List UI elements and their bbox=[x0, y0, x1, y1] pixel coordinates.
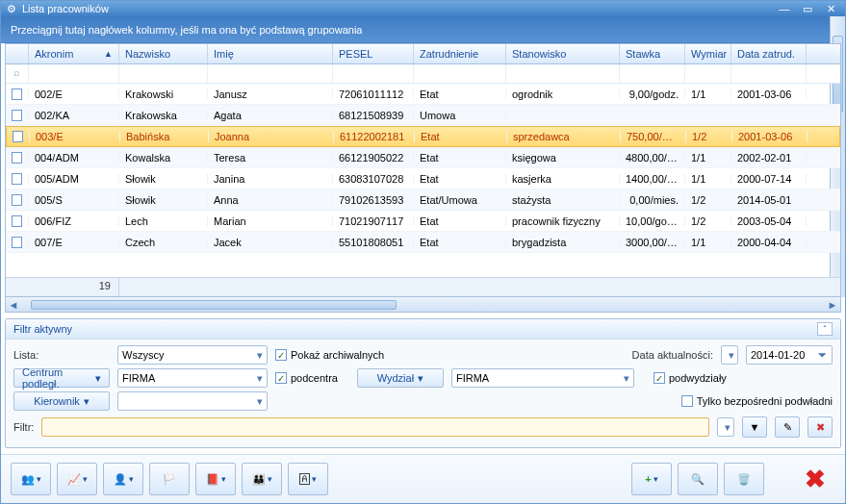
toolbar-btn-6[interactable]: 👪▾ bbox=[242, 463, 282, 495]
cell bbox=[6, 215, 29, 227]
podwydzialy-checkbox[interactable]: ✓podwydziały bbox=[654, 372, 727, 384]
column-imie[interactable]: Imię bbox=[208, 44, 333, 63]
close-window-button[interactable]: ✖ bbox=[795, 463, 835, 495]
lista-combo[interactable]: Wszyscy▾ bbox=[117, 345, 268, 365]
cell: 2014-05-01 bbox=[731, 194, 807, 206]
delete-button[interactable]: 🗑️ bbox=[724, 463, 764, 495]
filter-panel: Filtr aktywny ˆ Lista: Wszyscy▾ ✓Pokaż a… bbox=[5, 318, 841, 448]
minimize-button[interactable]: — bbox=[776, 2, 793, 15]
cell: 1/2 bbox=[686, 131, 732, 142]
scroll-right-icon[interactable]: ► bbox=[825, 299, 840, 311]
wydzial-button[interactable]: Wydział▾ bbox=[357, 368, 444, 388]
column-stanowisko[interactable]: Stanowisko bbox=[506, 44, 620, 63]
cell bbox=[6, 173, 29, 185]
cell: 006/FIZ bbox=[29, 215, 119, 227]
cell: 68121508939 bbox=[333, 110, 414, 121]
centrum-combo[interactable]: FIRMA▾ bbox=[117, 368, 268, 388]
table-row[interactable]: 005/SSłowikAnna79102613593Etat/Umowastaż… bbox=[6, 189, 840, 211]
pokaz-archiwalnych-checkbox[interactable]: ✓Pokaż archiwalnych bbox=[275, 349, 384, 361]
close-button[interactable]: ✕ bbox=[822, 2, 839, 15]
filter-input[interactable] bbox=[41, 417, 709, 437]
table-row[interactable]: 004/ADMKowalskaTeresa66121905022Etatksię… bbox=[6, 147, 840, 168]
column-zatrudnienie[interactable]: Zatrudnienie bbox=[414, 44, 506, 63]
column-akronim[interactable]: Akronim▲ bbox=[29, 44, 119, 63]
cell bbox=[6, 152, 29, 164]
podcentra-checkbox[interactable]: ✓podcentra bbox=[275, 372, 338, 384]
table-row[interactable]: 005/ADMSłowikJanina63083107028Etatkasjer… bbox=[6, 168, 840, 189]
magnifier-icon: 🔍 bbox=[691, 473, 705, 486]
add-button[interactable]: +▾ bbox=[631, 463, 672, 495]
column-data-zatrud[interactable]: Data zatrud. bbox=[731, 44, 807, 63]
cell bbox=[6, 194, 29, 206]
toolbar-btn-7[interactable]: 🄰▾ bbox=[288, 463, 328, 495]
cell bbox=[7, 131, 30, 142]
table-row[interactable]: 003/EBabińskaJoanna61122002181Etatsprzed… bbox=[6, 126, 840, 147]
cell: Kowalska bbox=[119, 152, 208, 164]
cell: 4800,00/m... bbox=[620, 152, 685, 164]
column-checkbox[interactable] bbox=[6, 44, 29, 63]
cell: Etat bbox=[414, 88, 506, 100]
table-row[interactable]: 002/KAKrakowskaAgata68121508939Umowa bbox=[6, 105, 840, 126]
filter-builder-button[interactable]: ✎ bbox=[775, 416, 800, 438]
apply-filter-button[interactable]: ▼ bbox=[742, 416, 767, 438]
table-row[interactable]: 006/FIZLechMarian71021907117Etatpracowni… bbox=[6, 211, 840, 232]
clear-filter-button[interactable]: ✖ bbox=[808, 416, 833, 438]
tylko-bezposredni-checkbox[interactable]: Tylko bezpośredni podwładni bbox=[681, 395, 833, 407]
grid-body: 002/EKrakowskiJanusz72061011112Etatogrod… bbox=[6, 84, 840, 277]
employee-list-window: ⚙ Lista pracowników — ▭ ✕ Przeciągnij tu… bbox=[0, 0, 846, 504]
date-mini-dropdown[interactable]: ▾ bbox=[721, 345, 738, 365]
column-pesel[interactable]: PESEL bbox=[333, 44, 414, 63]
app-icon: ⚙ bbox=[7, 3, 16, 15]
toolbar-btn-3[interactable]: 👤▾ bbox=[103, 463, 143, 495]
cell: Umowa bbox=[414, 110, 506, 121]
toolbar-btn-4[interactable]: 🏳️ bbox=[149, 463, 190, 495]
cell: Joanna bbox=[209, 131, 334, 142]
column-wymiar[interactable]: Wymiar bbox=[685, 44, 731, 63]
cell: kasjerka bbox=[506, 173, 620, 185]
view-button[interactable]: 🔍 bbox=[678, 463, 718, 495]
maximize-button[interactable]: ▭ bbox=[799, 2, 816, 15]
cell: Marian bbox=[208, 215, 333, 227]
cell: 61122002181 bbox=[334, 131, 415, 142]
wydzial-combo[interactable]: FIRMA▾ bbox=[451, 368, 634, 388]
kierownik-combo[interactable]: ▾ bbox=[117, 391, 268, 411]
toolbar-btn-5[interactable]: 📕▾ bbox=[195, 463, 236, 495]
table-row[interactable]: 007/ECzechJacek55101808051Etatbrygadzist… bbox=[6, 232, 840, 253]
cell: 1/2 bbox=[685, 194, 731, 206]
horizontal-scrollbar[interactable]: ◄ ► bbox=[5, 297, 841, 313]
toolbar-btn-2[interactable]: 📈▾ bbox=[57, 463, 97, 495]
cell: 004/ADM bbox=[29, 152, 119, 164]
data-grid: Akronim▲ Nazwisko Imię PESEL Zatrudnieni… bbox=[5, 43, 841, 297]
cell: 002/E bbox=[29, 88, 119, 100]
text-icon: 🄰 bbox=[299, 473, 310, 485]
scrollbar-thumb-h[interactable] bbox=[31, 300, 397, 310]
plus-icon: + bbox=[645, 473, 651, 485]
centrum-button[interactable]: Centrum podległ.▾ bbox=[13, 368, 110, 388]
cell: 10,00/godz. bbox=[620, 215, 685, 227]
cell: 005/ADM bbox=[29, 173, 119, 185]
cell: Lech bbox=[119, 215, 208, 227]
grid-filter-row[interactable]: ⌕ bbox=[6, 64, 840, 84]
filter-dropdown[interactable]: ▾ bbox=[717, 417, 734, 437]
book-icon: 📕 bbox=[206, 473, 219, 486]
row-count: 19 bbox=[6, 278, 119, 296]
cell: 66121905022 bbox=[333, 152, 414, 164]
toolbar-btn-1[interactable]: 👥▾ bbox=[11, 463, 51, 495]
kierownik-button[interactable]: Kierownik▾ bbox=[13, 391, 110, 411]
cell: Słowik bbox=[119, 194, 208, 206]
cell: 750,00/mies. bbox=[621, 131, 686, 142]
collapse-button[interactable]: ˆ bbox=[817, 322, 833, 336]
scroll-left-icon[interactable]: ◄ bbox=[6, 299, 21, 311]
group-by-bar[interactable]: Przeciągnij tutaj nagłówek kolumny, jeśl… bbox=[1, 16, 845, 43]
column-stawka[interactable]: Stawka bbox=[620, 44, 685, 63]
cell: 55101808051 bbox=[333, 237, 414, 248]
filter-icon[interactable]: ⌕ bbox=[6, 64, 29, 83]
grid-header-row: Akronim▲ Nazwisko Imię PESEL Zatrudnieni… bbox=[6, 44, 840, 64]
cell: Etat bbox=[414, 173, 506, 185]
cell: Jacek bbox=[208, 237, 333, 248]
data-aktualnosci-field[interactable]: 2014-01-20⏷ bbox=[746, 345, 833, 365]
table-row[interactable]: 002/EKrakowskiJanusz72061011112Etatogrod… bbox=[6, 84, 840, 105]
chevron-down-icon: ▾ bbox=[253, 349, 263, 362]
column-nazwisko[interactable]: Nazwisko bbox=[119, 44, 208, 63]
cell: Teresa bbox=[208, 152, 333, 164]
